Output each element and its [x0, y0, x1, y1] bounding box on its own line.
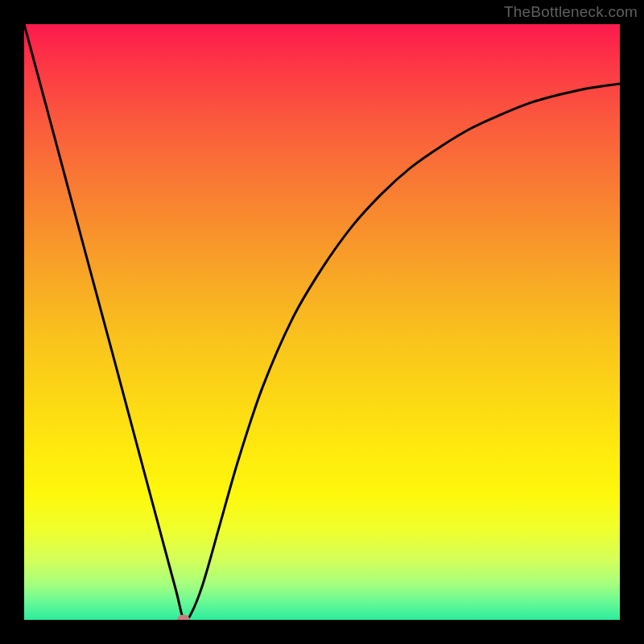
chart-frame: TheBottleneck.com — [0, 0, 644, 644]
plot-area — [24, 24, 620, 620]
curve-svg — [24, 24, 620, 620]
watermark-label: TheBottleneck.com — [504, 3, 638, 21]
minimum-marker-dot — [177, 615, 190, 621]
bottleneck-curve — [24, 24, 620, 620]
